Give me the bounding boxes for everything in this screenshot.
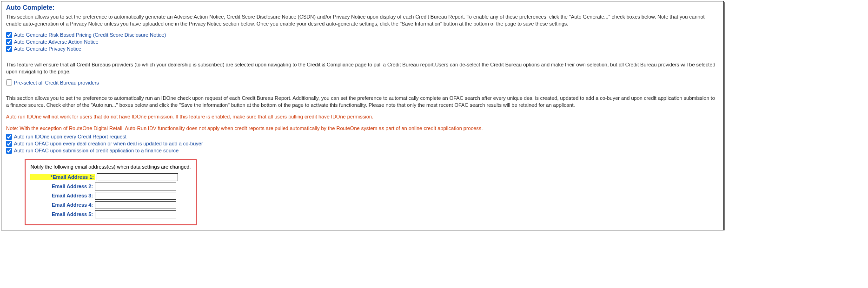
chk-label: Auto Generate Risk Based Pricing (Credit… — [14, 32, 166, 38]
chk-label: Auto run OFAC upon submission of credit … — [14, 148, 179, 153]
section-title: Auto Complete: — [6, 4, 719, 11]
chk-preselect-bureau[interactable] — [6, 79, 12, 85]
email-row: Email Address 4: — [30, 201, 191, 209]
auto-run-desc: This section allows you to set the prefe… — [6, 95, 719, 109]
email-input-1[interactable] — [97, 173, 178, 181]
email-input-3[interactable] — [95, 192, 176, 200]
email-label: Email Address 5: — [30, 211, 93, 217]
auto-generate-desc: This section allows you to set the prefe… — [6, 13, 719, 27]
chk-label: Auto run OFAC upon every deal creation o… — [14, 141, 203, 146]
email-row: *Email Address 1: — [30, 173, 191, 181]
email-label: Email Address 2: — [30, 183, 93, 189]
chk-label: Auto Generate Adverse Action Notice — [14, 39, 99, 45]
chk-adverse-action[interactable] — [6, 39, 12, 45]
email-row: Email Address 3: — [30, 192, 191, 200]
auto-complete-panel: Auto Complete: This section allows you t… — [1, 1, 724, 230]
chk-label: Auto Generate Privacy Notice — [14, 46, 81, 52]
chk-privacy-notice[interactable] — [6, 46, 12, 52]
chk-row-risk-based-pricing: Auto Generate Risk Based Pricing (Credit… — [6, 32, 719, 38]
chk-idone[interactable] — [6, 134, 12, 140]
chk-row-privacy-notice: Auto Generate Privacy Notice — [6, 46, 719, 52]
email-input-5[interactable] — [95, 210, 176, 218]
email-label: Email Address 3: — [30, 193, 93, 198]
chk-risk-based-pricing[interactable] — [6, 32, 12, 38]
idv-note: Note: With the exception of RouteOne Dig… — [6, 125, 719, 132]
email-row: Email Address 5: — [30, 210, 191, 218]
email-notify-box: Notify the following email address(es) w… — [25, 159, 197, 225]
chk-row-preselect-bureau: Pre-select all Credit Bureau providers — [6, 79, 719, 85]
email-label: Email Address 4: — [30, 202, 93, 208]
email-row: Email Address 2: — [30, 183, 191, 190]
chk-label: Pre-select all Credit Bureau providers — [14, 80, 99, 85]
email-input-2[interactable] — [95, 183, 176, 190]
chk-label: Auto run IDOne upon every Credit Report … — [14, 134, 126, 139]
idone-warning: Auto run IDOne will not work for users t… — [6, 113, 719, 120]
preselect-desc: This feature will ensure that all Credit… — [6, 61, 719, 75]
chk-row-ofac-deal: Auto run OFAC upon every deal creation o… — [6, 141, 719, 147]
chk-row-idone: Auto run IDOne upon every Credit Report … — [6, 134, 719, 140]
chk-row-ofac-submit: Auto run OFAC upon submission of credit … — [6, 148, 719, 154]
chk-row-adverse-action: Auto Generate Adverse Action Notice — [6, 39, 719, 45]
email-label: *Email Address 1: — [30, 174, 95, 180]
email-input-4[interactable] — [95, 201, 176, 209]
email-notify-title: Notify the following email address(es) w… — [30, 164, 191, 170]
chk-ofac-deal[interactable] — [6, 141, 12, 147]
chk-ofac-submit[interactable] — [6, 148, 12, 154]
